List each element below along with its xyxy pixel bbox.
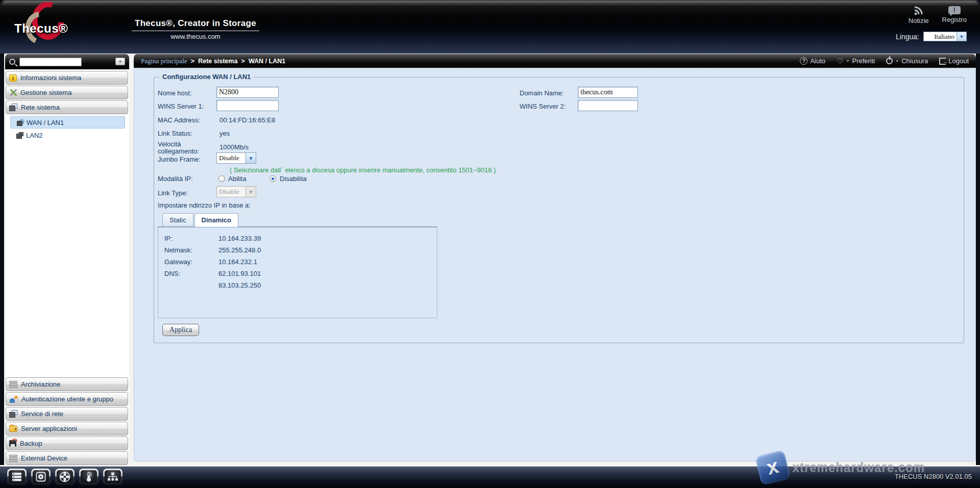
- language-label: Lingua:: [896, 33, 919, 41]
- sidebar-item-archiviazione[interactable]: Archiviazione: [6, 377, 128, 391]
- link-status-label: Link Status:: [158, 130, 192, 137]
- velocita-label: Velocità collegamento:: [158, 141, 209, 155]
- wins2-label: WINS Server 2:: [520, 102, 566, 110]
- logo-text: Thecus®: [14, 21, 68, 36]
- tab-static[interactable]: Static: [162, 213, 193, 226]
- nic-icon: [16, 132, 23, 139]
- nic-icon: [17, 119, 24, 126]
- wins1-input[interactable]: [216, 100, 279, 111]
- mac-address-label: MAC Address:: [158, 116, 200, 124]
- thecus-admin-page: Thecus® Thecus®, Creator in Storage www.…: [0, 0, 980, 488]
- network-status-button[interactable]: [103, 469, 122, 485]
- fan-status-button[interactable]: [55, 469, 75, 485]
- impostare-label: Impostare ndirizzo IP in base a:: [158, 201, 251, 209]
- brand-tagline: Thecus®, Creator in Storage: [132, 18, 259, 31]
- fan-icon: [59, 471, 70, 482]
- breadcrumb: Pagina principale > Rete sistema > WAN /…: [141, 57, 285, 65]
- sidebar: + i Informazioni sistema Gestione sistem…: [5, 54, 129, 465]
- domain-name-input[interactable]: [578, 87, 638, 98]
- dns-value-2: 83.103.25.250: [218, 281, 261, 289]
- search-input[interactable]: [19, 58, 82, 66]
- firmware-version: THECUS N2800 V2.01.05: [895, 473, 972, 480]
- info-icon: i: [9, 74, 17, 82]
- chevron-down-icon: ▼: [246, 186, 256, 197]
- gateway-value: 10.164.232.1: [218, 258, 257, 266]
- language-select[interactable]: Italiano ▼: [923, 32, 967, 41]
- sidebar-item-external-device[interactable]: External Device: [6, 451, 128, 465]
- add-button[interactable]: +: [115, 58, 125, 65]
- shutdown-button[interactable]: ▼ Chiusura: [886, 57, 928, 65]
- sidebar-item-lan2[interactable]: LAN2: [10, 129, 125, 141]
- help-button[interactable]: ? Aiuto: [800, 57, 825, 65]
- system-status-button[interactable]: [7, 469, 27, 485]
- dns-label: DNS:: [164, 270, 180, 277]
- thecus-logo: Thecus®: [11, 4, 129, 41]
- breadcrumb-level1: Rete sistema: [198, 58, 237, 65]
- wins1-label: WINS Server 1:: [158, 102, 204, 110]
- chevron-down-icon: ▼: [895, 59, 899, 63]
- netmask-value: 255.255.248.0: [218, 246, 261, 254]
- fieldset-legend: Configurazione WAN / LAN1: [159, 73, 254, 81]
- network-icon: [9, 104, 17, 111]
- content-panel: Configurazione WAN / LAN1 Nome host: Dom…: [134, 68, 976, 461]
- jumbo-frame-note: ( Selezionare dall` elenco a discesa opp…: [230, 166, 496, 174]
- favorites-button[interactable]: ♡ ▼ Preferiti: [837, 57, 875, 65]
- velocita-value: 1000Mb/s: [219, 143, 249, 151]
- sidebar-item-informazioni-sistema[interactable]: i Informazioni sistema: [6, 71, 128, 85]
- news-link[interactable]: Notizie: [909, 6, 929, 24]
- main-area: Pagina principale > Rete sistema > WAN /…: [134, 54, 976, 465]
- sidebar-search-bar: +: [5, 54, 129, 69]
- users-icon: [9, 396, 18, 403]
- heart-icon: ♡: [837, 58, 843, 65]
- disk-status-button[interactable]: [31, 469, 51, 485]
- sidebar-item-wan-lan1[interactable]: WAN / LAN1: [10, 116, 125, 129]
- breadcrumb-level2: WAN / LAN1: [249, 58, 285, 65]
- sidebar-item-autenticazione[interactable]: Autenticazione utente e gruppo: [6, 392, 128, 406]
- jumbo-frame-select[interactable]: Disable ▼: [216, 152, 256, 164]
- sidebar-item-server-applicazioni[interactable]: Server applicazioni: [6, 422, 128, 435]
- mac-address-value: 00:14:FD:16:65:E8: [219, 116, 275, 124]
- link-type-select: Disable ▼: [216, 186, 256, 197]
- search-icon: [9, 59, 15, 65]
- ip-value: 10.164.233.39: [218, 235, 261, 242]
- chevron-down-icon: ▼: [846, 59, 850, 63]
- chevron-down-icon: ▼: [246, 152, 256, 164]
- radio-abilita[interactable]: [218, 175, 225, 182]
- chevron-down-icon: ▼: [957, 32, 967, 41]
- radio-disabilita[interactable]: [270, 175, 276, 182]
- link-type-label: Link Type:: [158, 189, 188, 197]
- server-icon: [11, 472, 22, 482]
- app-header: Thecus® Thecus®, Creator in Storage www.…: [0, 0, 980, 54]
- network-icon: [9, 410, 17, 418]
- nome-host-label: Nome host:: [158, 89, 191, 97]
- power-icon: [886, 58, 893, 64]
- nome-host-input[interactable]: [216, 87, 279, 98]
- help-icon: ?: [800, 57, 807, 65]
- external-device-icon: [9, 455, 17, 462]
- logout-button[interactable]: Logout: [939, 57, 969, 65]
- temperature-status-button[interactable]: [79, 469, 99, 485]
- sidebar-item-rete-sistema[interactable]: Rete sistema: [6, 100, 128, 114]
- logout-icon: [939, 58, 946, 65]
- modalita-ip-label: Modalità IP:: [158, 175, 193, 183]
- breadcrumb-home-link[interactable]: Pagina principale: [141, 57, 187, 65]
- sidebar-item-service-di-rete[interactable]: Service di rete: [6, 407, 128, 421]
- apply-button[interactable]: Applica: [162, 324, 199, 336]
- hard-disk-icon: [36, 472, 46, 482]
- ip-label: IP:: [164, 235, 173, 242]
- jumbo-frame-label: Jumbo Frame:: [158, 156, 201, 163]
- storage-icon: [9, 381, 17, 388]
- ip-tabs-widget: Static Dinamico IP: 10.164.233.39 Netmas…: [158, 213, 437, 318]
- sidebar-item-backup[interactable]: Backup: [6, 436, 128, 450]
- wins2-input[interactable]: [578, 100, 638, 111]
- wan-lan1-config-fieldset: Configurazione WAN / LAN1 Nome host: Dom…: [154, 77, 964, 343]
- rss-icon: [914, 6, 924, 15]
- netmask-label: Netmask:: [164, 246, 192, 254]
- backup-disk-icon: [9, 440, 16, 447]
- sidebar-item-gestione-sistema[interactable]: Gestione sistema: [6, 86, 128, 99]
- brand-website: www.thecus.com: [132, 33, 259, 40]
- language-value: Italiano: [923, 32, 957, 41]
- tab-dinamico[interactable]: Dinamico: [194, 213, 239, 227]
- domain-name-label: Domain Name:: [520, 89, 564, 97]
- log-link[interactable]: ! Registro: [942, 6, 967, 24]
